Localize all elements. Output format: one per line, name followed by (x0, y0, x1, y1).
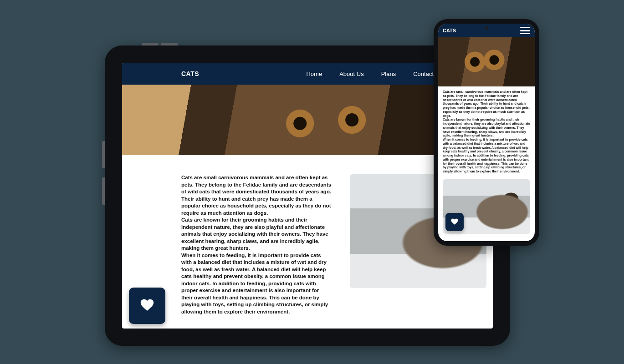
hamburger-menu-icon (520, 27, 530, 28)
nav-plans[interactable]: Plans (381, 71, 396, 77)
site-logo[interactable]: CATS (181, 70, 199, 77)
hamburger-menu-icon (520, 33, 530, 34)
paragraph-2: Cats are known for their grooming habits… (443, 118, 530, 138)
heart-dropdown-icon (138, 297, 156, 314)
heart-dropdown-icon (450, 217, 459, 227)
nav-about-us[interactable]: About Us (339, 71, 363, 77)
hero-image-cat-peeking (438, 37, 535, 86)
tablet-top-button (161, 43, 178, 46)
nav-contact[interactable]: Contact (413, 71, 434, 77)
article-copy: Cats are small carnivorous mammals and a… (181, 174, 332, 315)
phone-camera-dot (485, 26, 488, 30)
paragraph-1: Cats are small carnivorous mammals and a… (443, 90, 530, 118)
tablet-side-button (102, 177, 105, 205)
site-logo[interactable]: CATS (443, 28, 456, 33)
paragraph-3: When it comes to feeding, it is importan… (181, 252, 332, 316)
article-copy: Cats are small carnivorous mammals and a… (438, 86, 535, 177)
phone-device-frame: CATS Cats are small carnivorous mammals … (434, 19, 539, 246)
primary-nav: Home About Us Plans Contact (306, 71, 434, 77)
nav-home[interactable]: Home (306, 71, 322, 77)
side-image-cat-lying (443, 179, 530, 234)
paragraph-3: When it comes to feeding, it is importan… (443, 138, 530, 174)
paragraph-1: Cats are small carnivorous mammals and a… (181, 174, 332, 217)
favorite-dropdown-button[interactable] (129, 288, 165, 324)
hamburger-menu-button[interactable] (520, 27, 530, 34)
favorite-dropdown-button[interactable] (445, 213, 464, 231)
site-header: CATS (438, 24, 535, 37)
phone-screen: CATS Cats are small carnivorous mammals … (438, 24, 535, 241)
hamburger-menu-icon (520, 30, 530, 31)
paragraph-2: Cats are known for their grooming habits… (181, 217, 332, 252)
tablet-side-button (102, 141, 105, 168)
tablet-top-button (142, 43, 159, 46)
